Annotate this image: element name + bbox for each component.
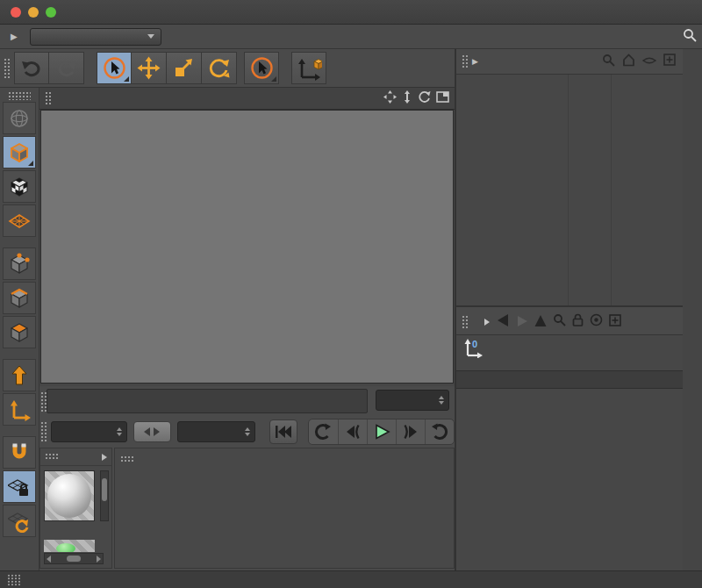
snap-button[interactable] — [3, 436, 36, 469]
add-object-icon[interactable] — [663, 54, 676, 69]
application-window: ▶ — [0, 0, 702, 588]
material-grip[interactable] — [45, 453, 59, 461]
texture-mode-button[interactable] — [3, 170, 36, 203]
goto-start-button[interactable] — [269, 419, 297, 444]
history-back-icon[interactable] — [496, 314, 510, 330]
cycle-backward-button[interactable] — [309, 419, 338, 444]
viewport-scene[interactable] — [41, 111, 453, 383]
cycle-forward-button[interactable] — [425, 419, 454, 444]
statusbar — [0, 570, 702, 588]
search-icon[interactable] — [683, 28, 697, 46]
history-forward-icon[interactable] — [516, 314, 528, 330]
titlebar — [0, 0, 702, 25]
attribute-grip[interactable] — [462, 315, 469, 329]
spinner-arrows-icon[interactable] — [439, 396, 444, 405]
rotate-view-icon[interactable] — [418, 90, 431, 107]
polygons-mode-button[interactable] — [3, 316, 36, 348]
mode-sidebar — [0, 88, 39, 570]
search-icon[interactable] — [602, 54, 615, 70]
zoom-button[interactable] — [46, 7, 56, 18]
selected-object-row: 0 — [456, 337, 683, 363]
coordinate-system-button[interactable] — [291, 52, 326, 84]
play-button[interactable] — [367, 419, 396, 444]
home-icon[interactable] — [622, 54, 635, 70]
panel-divider[interactable] — [455, 49, 456, 570]
menubar: ▶ — [0, 25, 702, 49]
loop-end-field[interactable] — [177, 421, 255, 442]
lock-workplane-button[interactable] — [3, 470, 36, 503]
edges-mode-button[interactable] — [3, 282, 36, 314]
layout-dropdown[interactable] — [30, 28, 161, 46]
material-green-partial — [56, 543, 75, 552]
transport-row — [39, 417, 455, 446]
maximize-view-icon[interactable] — [436, 90, 449, 107]
rotate-tool-button[interactable] — [202, 52, 237, 84]
spinner-arrows-icon[interactable] — [117, 427, 122, 436]
selection-tool-button[interactable] — [244, 52, 279, 84]
target-icon[interactable] — [590, 313, 603, 330]
step-forward-icon[interactable] — [154, 427, 160, 436]
scale-tool-button[interactable] — [167, 52, 202, 84]
attribute-manager: 0 — [456, 309, 683, 570]
parent-up-icon[interactable] — [534, 314, 547, 330]
panel-tab-strip — [683, 49, 702, 570]
sidebar-grip[interactable] — [8, 91, 31, 100]
spinner-arrows-icon[interactable] — [245, 427, 250, 436]
step-back-icon[interactable] — [144, 427, 150, 436]
search-icon[interactable] — [553, 313, 566, 330]
model-mode-button[interactable] — [3, 136, 36, 169]
close-button[interactable] — [11, 7, 21, 18]
material-scrollbar[interactable] — [100, 470, 109, 521]
lock-icon[interactable] — [572, 313, 584, 330]
make-editable-button[interactable] — [3, 102, 36, 134]
add-icon[interactable] — [609, 314, 621, 330]
live-selection-tool-button[interactable] — [97, 52, 132, 84]
viewport-3d-canvas[interactable] — [40, 110, 454, 384]
toolbar-grip[interactable] — [4, 58, 11, 79]
pan-view-icon[interactable] — [383, 90, 397, 107]
column-divider — [611, 75, 612, 305]
axis-workplane-button[interactable] — [3, 393, 36, 426]
object-tree — [456, 75, 683, 305]
zoom-view-icon[interactable] — [402, 90, 412, 107]
move-tool-button[interactable] — [132, 52, 167, 84]
material-menu-icon[interactable] — [102, 454, 107, 461]
loop-start-field[interactable] — [51, 421, 127, 442]
transport-buttons — [308, 419, 455, 445]
coordinates-panel — [114, 448, 455, 569]
scrollbar-thumb[interactable] — [67, 556, 81, 562]
redo-button[interactable] — [49, 52, 84, 84]
object-manager-header: ▶ — [456, 49, 683, 75]
section-header[interactable] — [456, 370, 683, 389]
current-frame-field[interactable] — [376, 390, 449, 411]
undo-button[interactable] — [14, 52, 49, 84]
object-axis-mode-button[interactable] — [3, 359, 36, 391]
svg-text:0: 0 — [472, 339, 477, 349]
menu-overflow-icon[interactable]: ▶ — [7, 32, 21, 41]
coordinates-grip[interactable] — [120, 455, 134, 463]
workplane-mode-button[interactable] — [3, 204, 36, 237]
scrollbar-thumb[interactable] — [102, 478, 107, 501]
menu-overflow-icon[interactable]: ▶ — [469, 57, 482, 66]
workplane-rotate-button[interactable] — [3, 505, 36, 537]
attribute-tabs — [456, 363, 683, 370]
object-manager-grip[interactable] — [462, 54, 469, 68]
material-manager — [39, 448, 112, 569]
eye-icon[interactable] — [642, 54, 656, 69]
frame-step-buttons[interactable] — [133, 421, 171, 442]
scroll-right-icon[interactable] — [97, 556, 101, 563]
minimize-button[interactable] — [28, 7, 39, 18]
scroll-left-icon[interactable] — [47, 556, 51, 563]
material-hscrollbar[interactable] — [44, 553, 104, 564]
points-mode-button[interactable] — [3, 247, 36, 280]
next-key-button[interactable] — [396, 419, 425, 444]
timeline-ruler[interactable] — [47, 389, 368, 413]
prev-key-button[interactable] — [338, 419, 367, 444]
material-preview-partial[interactable] — [44, 540, 95, 552]
material-preview[interactable] — [44, 470, 95, 521]
viewport-grip[interactable] — [45, 91, 52, 105]
chevron-right-icon — [484, 319, 490, 326]
viewport-header — [39, 88, 455, 110]
transport-grip[interactable] — [40, 421, 47, 442]
statusbar-grip[interactable] — [7, 574, 21, 585]
